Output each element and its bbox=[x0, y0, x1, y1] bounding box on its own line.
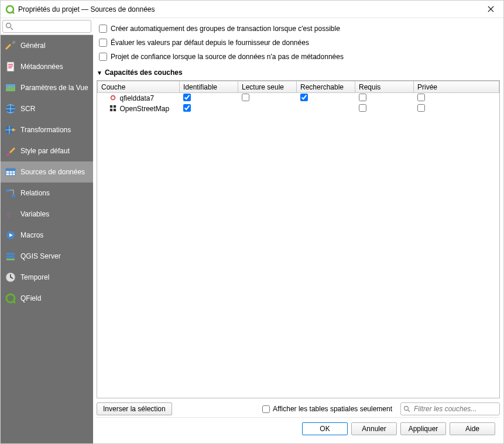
epsilon-icon: ε bbox=[4, 208, 17, 221]
globe-arrow-icon bbox=[4, 123, 17, 136]
option-label: Projet de confiance lorsque la source de… bbox=[111, 53, 344, 61]
svg-point-22 bbox=[404, 407, 409, 411]
checkbox-identifiable[interactable] bbox=[183, 104, 191, 112]
layer-icon bbox=[109, 94, 118, 102]
sidebar-item-label: Transformations bbox=[20, 126, 71, 134]
sidebar-item-label: Métadonnées bbox=[20, 63, 63, 71]
dialog-body: Général Métadonnées Paramètres de la Vue… bbox=[1, 18, 503, 443]
svg-rect-7 bbox=[6, 168, 15, 171]
section-layer-capabilities[interactable]: ▼ Capacités des couches bbox=[97, 66, 500, 79]
invert-selection-button[interactable]: Inverser la sélection bbox=[97, 402, 172, 415]
sidebar-item-label: Sources de données bbox=[20, 168, 85, 176]
layer-icon bbox=[109, 105, 118, 113]
apply-button[interactable]: Appliquer bbox=[400, 422, 446, 435]
checkbox-spatial-only[interactable] bbox=[262, 405, 270, 413]
col-searchable[interactable]: Recherchable bbox=[297, 81, 355, 93]
col-required[interactable]: Requis bbox=[355, 81, 414, 93]
gear-play-icon bbox=[4, 229, 17, 242]
dialog-window: Propriétés du projet — Sources de donnée… bbox=[0, 0, 504, 444]
sidebar-item-default-style[interactable]: Style par défaut bbox=[1, 140, 93, 161]
app-icon bbox=[5, 5, 15, 14]
sidebar-item-qfield[interactable]: QField bbox=[1, 288, 93, 309]
checkbox-private[interactable] bbox=[417, 104, 425, 112]
sidebar-item-label: SCR bbox=[20, 105, 35, 113]
option-trust-project[interactable]: Projet de confiance lorsque la source de… bbox=[97, 50, 500, 64]
qfield-icon bbox=[4, 292, 17, 305]
checkbox-searchable[interactable] bbox=[300, 94, 308, 101]
help-button[interactable]: Aide bbox=[450, 422, 495, 435]
col-layer[interactable]: Couche bbox=[98, 81, 180, 93]
sidebar-item-general[interactable]: Général bbox=[1, 35, 93, 56]
map-icon bbox=[4, 81, 17, 94]
sidebar-item-qgis-server[interactable]: QGIS Server bbox=[1, 246, 93, 267]
svg-text:ε: ε bbox=[7, 210, 11, 219]
document-icon bbox=[4, 60, 17, 73]
checkbox-required[interactable] bbox=[359, 104, 366, 112]
svg-rect-21 bbox=[113, 108, 115, 111]
filter-layers-input[interactable] bbox=[400, 402, 500, 415]
layer-capabilities-table: Couche Identifiable Lecture seule Recher… bbox=[97, 81, 499, 114]
layer-name: qfielddata7 bbox=[120, 94, 155, 102]
sidebar: Général Métadonnées Paramètres de la Vue… bbox=[1, 18, 93, 443]
sidebar-item-label: QGIS Server bbox=[20, 252, 61, 260]
filter-layers-wrap bbox=[400, 402, 500, 415]
content-panel: Créer automatiquement des groupes de tra… bbox=[93, 18, 503, 443]
globe-icon bbox=[4, 102, 17, 115]
sidebar-item-transformations[interactable]: Transformations bbox=[1, 119, 93, 140]
option-label: Évaluer les valeurs par défaut depuis le… bbox=[111, 39, 309, 47]
layer-capabilities-table-wrap: Couche Identifiable Lecture seule Recher… bbox=[97, 80, 500, 398]
checkbox-trust-project[interactable] bbox=[99, 53, 107, 61]
sidebar-search-row bbox=[1, 18, 93, 35]
sidebar-nav: Général Métadonnées Paramètres de la Vue… bbox=[1, 35, 93, 443]
ok-button[interactable]: OK bbox=[302, 422, 348, 435]
window-title: Propriétés du projet — Sources de donnée… bbox=[18, 5, 482, 13]
cancel-button[interactable]: Annuler bbox=[351, 422, 397, 435]
table-bottom-actions: Inverser la sélection Afficher les table… bbox=[97, 401, 500, 417]
sidebar-item-relations[interactable]: Relations bbox=[1, 183, 93, 204]
checkbox-auto-groups[interactable] bbox=[99, 25, 107, 33]
checkbox-private[interactable] bbox=[417, 94, 425, 101]
col-private[interactable]: Privée bbox=[414, 81, 499, 93]
checkbox-eval-defaults[interactable] bbox=[99, 39, 107, 47]
svg-rect-18 bbox=[109, 105, 112, 107]
svg-rect-9 bbox=[12, 194, 15, 197]
sidebar-item-metadata[interactable]: Métadonnées bbox=[1, 56, 93, 77]
sidebar-item-label: Général bbox=[20, 42, 46, 50]
option-label: Créer automatiquement des groupes de tra… bbox=[111, 25, 340, 33]
table-row[interactable]: OpenStreetMap bbox=[98, 104, 499, 114]
sidebar-item-label: QField bbox=[20, 294, 41, 302]
option-evaluate-defaults[interactable]: Évaluer les valeurs par défaut depuis le… bbox=[97, 36, 500, 50]
svg-rect-8 bbox=[6, 189, 9, 192]
sidebar-item-temporal[interactable]: Temporel bbox=[1, 267, 93, 288]
option-auto-transaction-groups[interactable]: Créer automatiquement des groupes de tra… bbox=[97, 22, 500, 36]
table-row[interactable]: qfielddata7 bbox=[98, 93, 499, 104]
svg-rect-12 bbox=[6, 253, 15, 255]
table-icon bbox=[4, 166, 17, 178]
relations-icon bbox=[4, 187, 17, 199]
close-button[interactable] bbox=[482, 1, 499, 18]
sidebar-item-label: Variables bbox=[20, 210, 49, 218]
sidebar-item-data-sources[interactable]: Sources de données bbox=[1, 161, 93, 183]
spatial-only-label: Afficher les tables spatiales seulement bbox=[273, 405, 392, 413]
checkbox-identifiable[interactable] bbox=[183, 94, 191, 101]
layer-name: OpenStreetMap bbox=[120, 105, 170, 113]
sidebar-search-input[interactable] bbox=[2, 20, 91, 33]
chevron-down-icon: ▼ bbox=[97, 70, 102, 76]
svg-rect-2 bbox=[7, 62, 14, 71]
search-icon bbox=[403, 405, 410, 414]
titlebar: Propriétés du projet — Sources de donnée… bbox=[1, 1, 503, 18]
wrench-icon bbox=[4, 39, 17, 52]
checkbox-readonly[interactable] bbox=[242, 94, 249, 101]
sidebar-item-view-settings[interactable]: Paramètres de la Vue bbox=[1, 77, 93, 98]
sidebar-item-label: Temporel bbox=[20, 273, 49, 281]
col-identifiable[interactable]: Identifiable bbox=[180, 81, 238, 93]
sidebar-item-label: Relations bbox=[20, 189, 50, 197]
dialog-buttons: OK Annuler Appliquer Aide bbox=[97, 417, 500, 440]
sidebar-item-variables[interactable]: ε Variables bbox=[1, 204, 93, 225]
svg-rect-14 bbox=[6, 259, 15, 260]
col-readonly[interactable]: Lecture seule bbox=[238, 81, 297, 93]
checkbox-required[interactable] bbox=[359, 94, 366, 101]
spatial-only-option[interactable]: Afficher les tables spatiales seulement bbox=[262, 405, 392, 413]
sidebar-item-macros[interactable]: Macros bbox=[1, 225, 93, 246]
sidebar-item-crs[interactable]: SCR bbox=[1, 98, 93, 119]
